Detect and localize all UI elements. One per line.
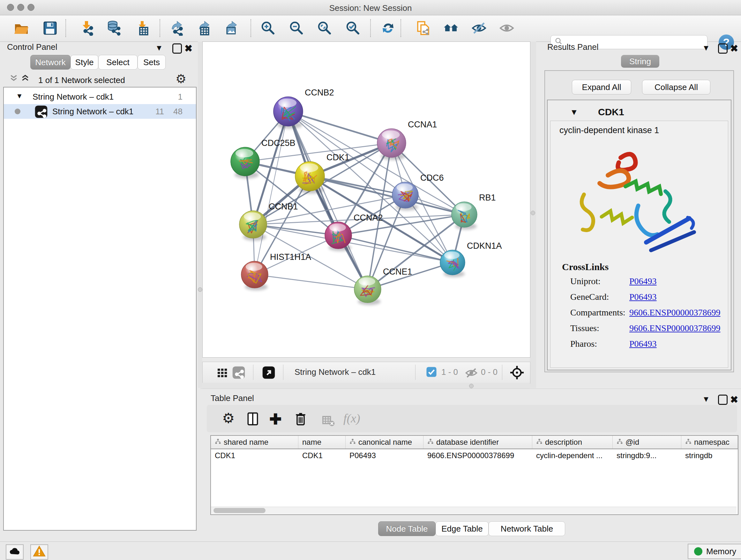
table-settings-gear-icon[interactable]: ⚙ bbox=[222, 411, 234, 425]
import-database-icon[interactable] bbox=[106, 20, 122, 37]
network-node-CCNA2[interactable] bbox=[325, 222, 352, 249]
table-hscrollbar-thumb[interactable] bbox=[213, 508, 266, 513]
import-table-icon[interactable] bbox=[134, 20, 151, 37]
network-node-CDK1[interactable] bbox=[295, 162, 325, 191]
tab-sets[interactable]: Sets bbox=[138, 55, 165, 70]
table-cell[interactable]: 9606.ENSP00000378699 bbox=[423, 449, 532, 462]
cloud-status-button[interactable] bbox=[6, 544, 23, 560]
network-edge[interactable] bbox=[255, 274, 367, 289]
zoom-in-icon[interactable] bbox=[259, 20, 276, 37]
horizontal-splitter[interactable] bbox=[202, 383, 530, 388]
network-options-gear-icon[interactable]: ⚙ bbox=[176, 73, 186, 85]
table-cell[interactable]: stringdb:9... bbox=[613, 449, 681, 462]
results-panel-float-icon[interactable] bbox=[718, 44, 728, 54]
collapse-all-networks-icon[interactable] bbox=[21, 74, 29, 84]
refresh-layout-icon[interactable] bbox=[380, 20, 396, 37]
show-columns-icon[interactable] bbox=[246, 412, 260, 427]
network-edge[interactable] bbox=[255, 111, 288, 274]
home-pair-icon[interactable] bbox=[443, 20, 459, 37]
zoom-fit-icon[interactable] bbox=[316, 20, 333, 37]
tab-node-table[interactable]: Node Table bbox=[378, 521, 435, 536]
table-hscrollbar[interactable] bbox=[211, 507, 737, 514]
save-session-icon[interactable] bbox=[42, 20, 58, 37]
table-cell[interactable]: P06493 bbox=[346, 449, 423, 462]
crosslink-link[interactable]: 9606.ENSP00000378699 bbox=[629, 307, 720, 318]
table-cell[interactable]: stringdb bbox=[681, 449, 738, 462]
crosslink-link[interactable]: P06493 bbox=[629, 339, 657, 349]
export-image-icon[interactable] bbox=[223, 20, 240, 37]
column-header-shared-name[interactable]: shared name bbox=[211, 436, 298, 449]
network-node-CDC6[interactable] bbox=[392, 182, 418, 208]
results-panel-close-icon[interactable]: ✖ bbox=[730, 43, 738, 54]
collapse-all-button[interactable]: Collapse All bbox=[642, 80, 711, 95]
column-header-namespac[interactable]: namespac bbox=[681, 436, 738, 449]
network-node-CDC25B[interactable] bbox=[231, 147, 259, 176]
column-header-canonical-name[interactable]: canonical name bbox=[346, 436, 423, 449]
control-panel-float-icon[interactable] bbox=[172, 44, 182, 54]
column-header-name[interactable]: name bbox=[298, 436, 346, 449]
zoom-out-icon[interactable] bbox=[288, 20, 305, 37]
table-panel-close-icon[interactable]: ✖ bbox=[730, 394, 738, 405]
network-canvas[interactable]: CCNB2CCNA1CDC25BCDK1CDC6RB1CCNB1CCNA2CDK… bbox=[202, 42, 530, 358]
network-edge[interactable] bbox=[288, 111, 367, 289]
network-node-RB1[interactable] bbox=[452, 202, 477, 227]
add-column-icon[interactable]: ✚ bbox=[269, 411, 282, 428]
tab-string[interactable]: String bbox=[621, 55, 659, 68]
results-panel-collapse-icon[interactable]: ▾ bbox=[704, 43, 708, 53]
network-tree-row[interactable]: String Network – cdk1 11 48 bbox=[4, 104, 196, 119]
tab-network[interactable]: Network bbox=[30, 55, 71, 70]
column-header-database-identifier[interactable]: database identifier bbox=[423, 436, 532, 449]
export-table-icon[interactable] bbox=[196, 20, 212, 37]
protein-collapse-icon[interactable]: ▼ bbox=[570, 107, 578, 117]
horizontal-splitter-handle[interactable] bbox=[469, 384, 474, 388]
network-edge[interactable] bbox=[288, 111, 392, 143]
left-splitter[interactable] bbox=[198, 42, 202, 388]
function-builder-icon[interactable]: f(x) bbox=[343, 411, 360, 425]
left-splitter-handle[interactable] bbox=[198, 287, 202, 292]
show-eye-icon[interactable] bbox=[498, 20, 515, 37]
grid-view-icon[interactable] bbox=[216, 367, 229, 381]
tab-edge-table[interactable]: Edge Table bbox=[435, 521, 488, 536]
delete-column-icon[interactable] bbox=[293, 412, 308, 427]
control-panel-collapse-icon[interactable]: ▾ bbox=[157, 43, 161, 53]
table-cell[interactable]: CDK1 bbox=[211, 449, 298, 462]
tab-network-table[interactable]: Network Table bbox=[488, 521, 565, 536]
hide-eye-icon[interactable] bbox=[471, 20, 487, 37]
delete-table-icon[interactable] bbox=[322, 415, 335, 428]
clone-network-icon[interactable] bbox=[415, 20, 432, 37]
network-edge[interactable] bbox=[338, 235, 453, 262]
tab-select[interactable]: Select bbox=[98, 55, 138, 70]
table-panel-collapse-icon[interactable]: ▾ bbox=[704, 394, 708, 404]
open-in-window-icon[interactable] bbox=[262, 366, 275, 381]
network-node-CCNB2[interactable] bbox=[273, 97, 303, 126]
control-panel-close-icon[interactable]: ✖ bbox=[185, 43, 192, 54]
network-node-HIST1H1A[interactable] bbox=[241, 261, 268, 288]
import-network-icon[interactable] bbox=[78, 20, 95, 37]
selected-checkbox-icon[interactable] bbox=[426, 367, 437, 379]
string-network-badge-icon[interactable] bbox=[232, 366, 246, 381]
crosslink-link[interactable]: P06493 bbox=[629, 276, 657, 287]
memory-button[interactable]: Memory bbox=[688, 544, 741, 559]
table-cell[interactable]: cyclin-dependent ... bbox=[532, 449, 613, 462]
table-row[interactable]: CDK1CDK1P064939606.ENSP00000378699cyclin… bbox=[211, 449, 738, 462]
network-tree-row[interactable]: ▼ String Network – cdk1 1 bbox=[4, 89, 196, 104]
network-node-CCNE1[interactable] bbox=[354, 276, 381, 303]
export-network-icon[interactable] bbox=[168, 20, 185, 37]
table-panel-float-icon[interactable] bbox=[718, 395, 728, 405]
tab-style[interactable]: Style bbox=[71, 55, 98, 70]
expand-all-button[interactable]: Expand All bbox=[572, 80, 631, 95]
hidden-eye-icon[interactable] bbox=[465, 367, 478, 381]
right-splitter-handle[interactable] bbox=[531, 211, 535, 215]
network-node-CCNA1[interactable] bbox=[377, 129, 406, 158]
right-splitter[interactable] bbox=[530, 42, 536, 388]
network-node-CDKN1A[interactable] bbox=[440, 250, 465, 275]
column-header--id[interactable]: @id bbox=[613, 436, 681, 449]
tree-expand-icon[interactable]: ▼ bbox=[16, 92, 23, 100]
open-file-icon[interactable] bbox=[13, 20, 30, 37]
table-cell[interactable]: CDK1 bbox=[298, 449, 346, 462]
network-node-CCNB1[interactable] bbox=[239, 211, 267, 238]
expand-all-networks-icon[interactable] bbox=[10, 74, 18, 84]
network-graph[interactable]: CCNB2CCNA1CDC25BCDK1CDC6RB1CCNB1CCNA2CDK… bbox=[203, 42, 530, 357]
crosslink-link[interactable]: P06493 bbox=[629, 292, 657, 302]
crosslink-link[interactable]: 9606.ENSP00000378699 bbox=[629, 323, 720, 333]
